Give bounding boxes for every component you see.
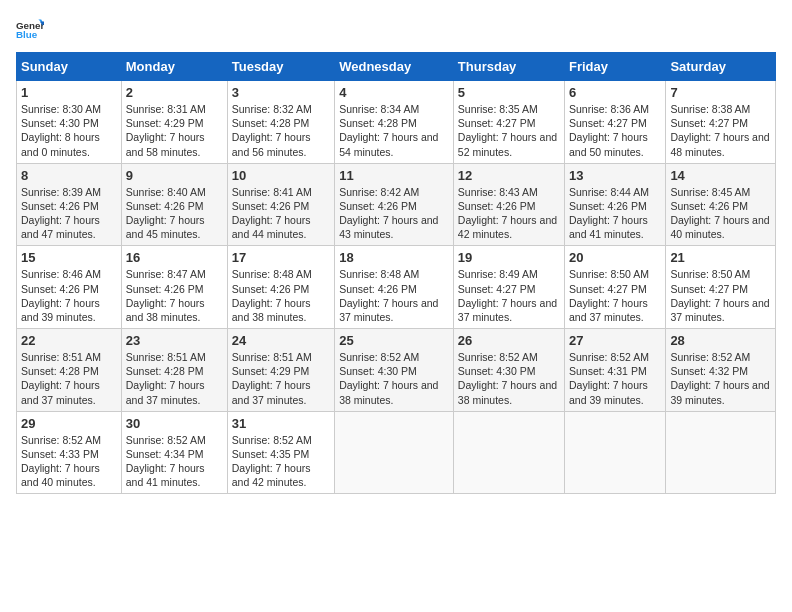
day-info: Sunrise: 8:52 AMSunset: 4:35 PMDaylight:… (232, 433, 330, 490)
day-number: 27 (569, 333, 661, 348)
day-info: Sunrise: 8:51 AMSunset: 4:28 PMDaylight:… (21, 350, 117, 407)
week-row-3: 15 Sunrise: 8:46 AMSunset: 4:26 PMDaylig… (17, 246, 776, 329)
day-info: Sunrise: 8:50 AMSunset: 4:27 PMDaylight:… (569, 267, 661, 324)
day-number: 7 (670, 85, 771, 100)
calendar-cell (335, 411, 454, 494)
day-info: Sunrise: 8:40 AMSunset: 4:26 PMDaylight:… (126, 185, 223, 242)
day-number: 3 (232, 85, 330, 100)
calendar-cell: 18 Sunrise: 8:48 AMSunset: 4:26 PMDaylig… (335, 246, 454, 329)
day-info: Sunrise: 8:52 AMSunset: 4:30 PMDaylight:… (458, 350, 560, 407)
calendar-cell: 10 Sunrise: 8:41 AMSunset: 4:26 PMDaylig… (227, 163, 334, 246)
calendar-cell: 12 Sunrise: 8:43 AMSunset: 4:26 PMDaylig… (453, 163, 564, 246)
calendar-cell: 9 Sunrise: 8:40 AMSunset: 4:26 PMDayligh… (121, 163, 227, 246)
calendar-cell: 20 Sunrise: 8:50 AMSunset: 4:27 PMDaylig… (565, 246, 666, 329)
calendar-cell: 25 Sunrise: 8:52 AMSunset: 4:30 PMDaylig… (335, 329, 454, 412)
calendar-cell: 15 Sunrise: 8:46 AMSunset: 4:26 PMDaylig… (17, 246, 122, 329)
day-info: Sunrise: 8:41 AMSunset: 4:26 PMDaylight:… (232, 185, 330, 242)
calendar-cell (453, 411, 564, 494)
day-number: 13 (569, 168, 661, 183)
calendar-body: 1 Sunrise: 8:30 AMSunset: 4:30 PMDayligh… (17, 81, 776, 494)
week-row-2: 8 Sunrise: 8:39 AMSunset: 4:26 PMDayligh… (17, 163, 776, 246)
calendar-cell: 5 Sunrise: 8:35 AMSunset: 4:27 PMDayligh… (453, 81, 564, 164)
day-number: 11 (339, 168, 449, 183)
day-number: 17 (232, 250, 330, 265)
day-number: 9 (126, 168, 223, 183)
calendar-cell: 28 Sunrise: 8:52 AMSunset: 4:32 PMDaylig… (666, 329, 776, 412)
day-number: 4 (339, 85, 449, 100)
header-saturday: Saturday (666, 53, 776, 81)
calendar-cell: 22 Sunrise: 8:51 AMSunset: 4:28 PMDaylig… (17, 329, 122, 412)
calendar-cell: 13 Sunrise: 8:44 AMSunset: 4:26 PMDaylig… (565, 163, 666, 246)
day-number: 31 (232, 416, 330, 431)
day-info: Sunrise: 8:44 AMSunset: 4:26 PMDaylight:… (569, 185, 661, 242)
day-info: Sunrise: 8:47 AMSunset: 4:26 PMDaylight:… (126, 267, 223, 324)
logo-icon: General Blue (16, 16, 44, 44)
day-number: 24 (232, 333, 330, 348)
day-info: Sunrise: 8:48 AMSunset: 4:26 PMDaylight:… (232, 267, 330, 324)
day-info: Sunrise: 8:51 AMSunset: 4:28 PMDaylight:… (126, 350, 223, 407)
day-number: 22 (21, 333, 117, 348)
logo: General Blue (16, 16, 50, 44)
calendar-cell: 2 Sunrise: 8:31 AMSunset: 4:29 PMDayligh… (121, 81, 227, 164)
day-number: 5 (458, 85, 560, 100)
calendar-cell: 31 Sunrise: 8:52 AMSunset: 4:35 PMDaylig… (227, 411, 334, 494)
calendar-cell: 4 Sunrise: 8:34 AMSunset: 4:28 PMDayligh… (335, 81, 454, 164)
day-info: Sunrise: 8:52 AMSunset: 4:31 PMDaylight:… (569, 350, 661, 407)
calendar-cell: 8 Sunrise: 8:39 AMSunset: 4:26 PMDayligh… (17, 163, 122, 246)
calendar-cell (565, 411, 666, 494)
day-number: 15 (21, 250, 117, 265)
day-info: Sunrise: 8:30 AMSunset: 4:30 PMDaylight:… (21, 102, 117, 159)
day-info: Sunrise: 8:45 AMSunset: 4:26 PMDaylight:… (670, 185, 771, 242)
day-number: 28 (670, 333, 771, 348)
calendar-cell: 21 Sunrise: 8:50 AMSunset: 4:27 PMDaylig… (666, 246, 776, 329)
day-info: Sunrise: 8:34 AMSunset: 4:28 PMDaylight:… (339, 102, 449, 159)
day-number: 6 (569, 85, 661, 100)
calendar-table: SundayMondayTuesdayWednesdayThursdayFrid… (16, 52, 776, 494)
day-info: Sunrise: 8:42 AMSunset: 4:26 PMDaylight:… (339, 185, 449, 242)
day-info: Sunrise: 8:48 AMSunset: 4:26 PMDaylight:… (339, 267, 449, 324)
day-number: 14 (670, 168, 771, 183)
day-info: Sunrise: 8:36 AMSunset: 4:27 PMDaylight:… (569, 102, 661, 159)
day-info: Sunrise: 8:51 AMSunset: 4:29 PMDaylight:… (232, 350, 330, 407)
day-number: 21 (670, 250, 771, 265)
header-friday: Friday (565, 53, 666, 81)
day-number: 20 (569, 250, 661, 265)
day-info: Sunrise: 8:32 AMSunset: 4:28 PMDaylight:… (232, 102, 330, 159)
day-info: Sunrise: 8:52 AMSunset: 4:32 PMDaylight:… (670, 350, 771, 407)
day-info: Sunrise: 8:46 AMSunset: 4:26 PMDaylight:… (21, 267, 117, 324)
calendar-cell: 1 Sunrise: 8:30 AMSunset: 4:30 PMDayligh… (17, 81, 122, 164)
header-tuesday: Tuesday (227, 53, 334, 81)
day-info: Sunrise: 8:49 AMSunset: 4:27 PMDaylight:… (458, 267, 560, 324)
day-number: 19 (458, 250, 560, 265)
day-info: Sunrise: 8:52 AMSunset: 4:34 PMDaylight:… (126, 433, 223, 490)
day-number: 2 (126, 85, 223, 100)
day-number: 8 (21, 168, 117, 183)
day-number: 12 (458, 168, 560, 183)
calendar-cell: 30 Sunrise: 8:52 AMSunset: 4:34 PMDaylig… (121, 411, 227, 494)
week-row-5: 29 Sunrise: 8:52 AMSunset: 4:33 PMDaylig… (17, 411, 776, 494)
header-monday: Monday (121, 53, 227, 81)
calendar-cell (666, 411, 776, 494)
calendar-cell: 26 Sunrise: 8:52 AMSunset: 4:30 PMDaylig… (453, 329, 564, 412)
day-number: 10 (232, 168, 330, 183)
day-number: 25 (339, 333, 449, 348)
day-info: Sunrise: 8:39 AMSunset: 4:26 PMDaylight:… (21, 185, 117, 242)
week-row-4: 22 Sunrise: 8:51 AMSunset: 4:28 PMDaylig… (17, 329, 776, 412)
day-number: 26 (458, 333, 560, 348)
day-info: Sunrise: 8:52 AMSunset: 4:30 PMDaylight:… (339, 350, 449, 407)
svg-text:Blue: Blue (16, 29, 38, 40)
calendar-cell: 27 Sunrise: 8:52 AMSunset: 4:31 PMDaylig… (565, 329, 666, 412)
calendar-cell: 19 Sunrise: 8:49 AMSunset: 4:27 PMDaylig… (453, 246, 564, 329)
day-info: Sunrise: 8:50 AMSunset: 4:27 PMDaylight:… (670, 267, 771, 324)
calendar-cell: 29 Sunrise: 8:52 AMSunset: 4:33 PMDaylig… (17, 411, 122, 494)
day-info: Sunrise: 8:35 AMSunset: 4:27 PMDaylight:… (458, 102, 560, 159)
calendar-cell: 7 Sunrise: 8:38 AMSunset: 4:27 PMDayligh… (666, 81, 776, 164)
day-info: Sunrise: 8:38 AMSunset: 4:27 PMDaylight:… (670, 102, 771, 159)
calendar-cell: 3 Sunrise: 8:32 AMSunset: 4:28 PMDayligh… (227, 81, 334, 164)
calendar-header-row: SundayMondayTuesdayWednesdayThursdayFrid… (17, 53, 776, 81)
calendar-cell: 23 Sunrise: 8:51 AMSunset: 4:28 PMDaylig… (121, 329, 227, 412)
day-info: Sunrise: 8:31 AMSunset: 4:29 PMDaylight:… (126, 102, 223, 159)
header-thursday: Thursday (453, 53, 564, 81)
day-number: 30 (126, 416, 223, 431)
page-header: General Blue (16, 16, 776, 44)
